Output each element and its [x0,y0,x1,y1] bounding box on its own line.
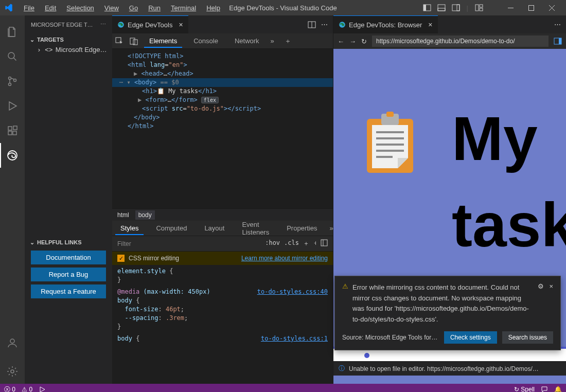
request-feature-button[interactable]: Request a Feature [31,284,106,298]
breadcrumbs[interactable]: html body [112,208,333,221]
customize-layout-icon[interactable] [473,2,485,13]
menu-help[interactable]: Help [202,2,224,14]
layout-sidebar-left-icon[interactable] [421,2,433,13]
back-icon[interactable]: ← [338,38,344,45]
documentation-button[interactable]: Documentation [31,251,106,264]
new-rule-icon[interactable]: ＋ [303,239,309,248]
debug-icon[interactable] [39,386,46,392]
explorer-icon[interactable] [0,20,25,44]
close-icon[interactable]: × [549,282,553,325]
layout-panel-icon[interactable] [436,2,447,13]
split-editor-icon[interactable] [308,21,316,29]
feedback-icon[interactable] [541,386,548,392]
maximize-button[interactable] [521,0,541,15]
status-bar: ⓧ 0 ⚠ 0 ↻ Spell 🔔 [0,384,566,392]
run-debug-icon[interactable] [0,94,25,118]
svg-rect-5 [457,5,459,11]
bell-icon[interactable]: 🔔 [554,386,562,392]
menu-terminal[interactable]: Terminal [167,2,200,14]
target-item[interactable]: › <> Microsoft Edge … [25,45,112,55]
accounts-icon[interactable] [0,330,25,355]
layout-tab[interactable]: Layout [199,221,229,235]
svg-rect-8 [480,8,483,11]
dock-icon[interactable] [554,37,562,45]
dom-tree[interactable]: <!DOCTYPE html> <html lang="en"> ▶ <head… [112,49,333,208]
search-issues-button[interactable]: Search issues [502,331,553,344]
svg-rect-15 [8,127,12,130]
edge-icon [117,21,125,28]
css-source-link[interactable]: to-do-styles.css:1 [261,334,328,343]
inspect-icon[interactable] [115,37,123,45]
close-icon[interactable]: × [179,21,183,29]
window-title: Edge DevTools - Visual Studio Code [229,4,337,12]
mirror-checkbox[interactable]: ✓ [117,255,125,262]
hov-toggle[interactable]: :hov [265,239,280,248]
svg-point-12 [9,77,11,80]
menu-selection[interactable]: Selection [62,2,98,14]
more-icon[interactable]: ⋯ [321,21,328,29]
sidebar-header: MICROSOFT EDGE T… ⋯ [25,15,112,33]
tab-edge-browser[interactable]: Edge DevTools: Browser × [333,15,438,33]
chevron-down-icon: ⌄ [29,239,35,245]
minimize-button[interactable] [500,0,521,15]
svg-rect-32 [559,38,561,44]
svg-rect-7 [480,5,483,7]
check-settings-button[interactable]: Check settings [444,331,497,344]
activity-bar [0,15,25,384]
more-tabs-icon[interactable]: » [329,224,333,232]
console-tab[interactable]: Console [188,34,223,48]
extensions-icon[interactable] [0,118,25,143]
svg-rect-4 [452,5,459,11]
menu-edit[interactable]: Edit [41,2,60,14]
more-tabs-icon[interactable]: » [271,37,274,45]
network-tab[interactable]: Network [229,34,264,48]
tab-edge-devtools[interactable]: Edge DevTools × [112,15,188,33]
menu-view[interactable]: View [100,2,123,14]
flex-icon[interactable]: ⫞ [313,239,316,248]
svg-point-20 [10,339,14,343]
menu-file[interactable]: File [20,2,39,14]
helpful-section[interactable]: ⌄ HELPFUL LINKS [25,237,112,247]
warnings-status[interactable]: ⚠ 0 [22,386,32,392]
mirror-row: ✓ CSS mirror editing Learn more about mi… [112,252,333,265]
info-icon: ⓘ [339,364,345,373]
cls-toggle[interactable]: .cls [284,239,299,248]
source-control-icon[interactable] [0,69,25,94]
close-icon[interactable]: × [428,21,432,29]
css-pane[interactable]: element.style { } to-do-styles.css:40@me… [112,265,333,345]
targets-section[interactable]: ⌄ TARGETS [25,34,112,45]
report-bug-button[interactable]: Report a Bug [31,268,106,281]
url-input[interactable]: https://microsoftedge.github.io/Demos/de… [372,35,549,47]
menu-run[interactable]: Run [144,2,165,14]
properties-tab[interactable]: Properties [281,221,322,235]
elements-tab[interactable]: Elements [144,34,182,48]
forward-icon[interactable]: → [349,38,356,45]
gear-icon[interactable]: ⚙ [538,282,544,325]
add-tab-icon[interactable]: ＋ [285,37,291,46]
refresh-icon[interactable]: ↻ [361,38,367,45]
css-source-link[interactable]: to-do-styles.css:40 [257,288,328,296]
page-heading: Mytasks [452,95,566,268]
spell-status[interactable]: ↻ Spell [514,386,535,392]
close-window-button[interactable] [541,0,562,15]
toggle-sidebar-icon[interactable] [321,239,328,248]
more-icon[interactable]: ⋯ [554,21,561,28]
settings-gear-icon[interactable] [0,359,25,384]
mirror-learn-link[interactable]: Learn more about mirror editing [241,255,328,262]
more-icon[interactable]: ⋯ [100,21,106,28]
svg-rect-10 [528,5,534,10]
browser-nav-bar: ← → ↻ https://microsoftedge.github.io/De… [333,33,566,49]
device-icon[interactable] [130,37,138,45]
computed-tab[interactable]: Computed [151,221,192,235]
styles-tab[interactable]: Styles [115,221,144,235]
notification-toast: ⚠ Error while mirroring css content to d… [334,276,561,350]
vscode-logo-icon [4,3,13,12]
edge-tools-icon[interactable] [0,143,25,168]
layout-sidebar-right-icon[interactable] [450,2,462,13]
search-icon[interactable] [0,44,25,69]
chevron-down-icon: ⌄ [29,37,35,43]
filter-input[interactable]: Filter [117,240,131,247]
menu-go[interactable]: Go [125,2,142,14]
errors-status[interactable]: ⓧ 0 [4,385,15,393]
svg-rect-9 [508,8,514,8]
